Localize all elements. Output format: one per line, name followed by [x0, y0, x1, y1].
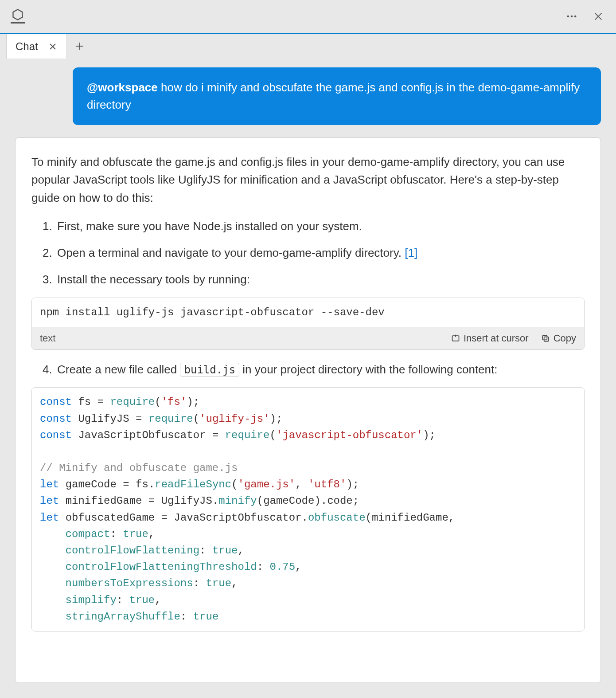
- step-3: Install the necessary tools by running:: [55, 271, 585, 288]
- code-toolbar: text Insert at cursor Copy: [32, 327, 584, 349]
- user-message-text: how do i minify and obscufate the game.j…: [87, 81, 580, 111]
- more-icon[interactable]: [565, 9, 579, 24]
- titlebar-left: [11, 9, 25, 24]
- steps-list-2: Create a new file called build.js in you…: [55, 361, 585, 378]
- insert-label: Insert at cursor: [464, 331, 529, 346]
- user-message: @workspace how do i minify and obscufate…: [73, 67, 601, 125]
- svg-point-2: [571, 16, 573, 18]
- tabbar: Chat: [0, 33, 616, 59]
- copy-label: Copy: [554, 331, 576, 346]
- svg-rect-13: [542, 335, 547, 340]
- new-tab-button[interactable]: [67, 34, 93, 59]
- app-hexagon-icon[interactable]: [11, 9, 25, 24]
- step-2: Open a terminal and navigate to your dem…: [55, 244, 585, 262]
- assistant-intro: To minify and obfuscate the game.js and …: [31, 153, 585, 207]
- step-1: First, make sure you have Node.js instal…: [55, 217, 585, 235]
- steps-list: First, make sure you have Node.js instal…: [55, 217, 585, 289]
- copy-button[interactable]: Copy: [541, 331, 576, 346]
- svg-point-1: [567, 16, 569, 18]
- code-block-build: const fs = require('fs'); const UglifyJS…: [31, 387, 585, 631]
- step-4: Create a new file called build.js in you…: [55, 361, 585, 378]
- assistant-message: To minify and obfuscate the game.js and …: [15, 137, 601, 683]
- tab-chat[interactable]: Chat: [6, 34, 67, 59]
- step-4-pre: Create a new file called: [57, 363, 180, 376]
- svg-point-3: [574, 16, 577, 18]
- code-block-install: npm install uglify-js javascript-obfusca…: [31, 298, 585, 350]
- step-2-text: Open a terminal and navigate to your dem…: [57, 246, 405, 259]
- chat-window: Chat @workspace how do i minify and obsc…: [0, 0, 616, 698]
- tab-label: Chat: [16, 40, 38, 53]
- code-build-content[interactable]: const fs = require('fs'); const UglifyJS…: [32, 388, 584, 631]
- insert-at-cursor-button[interactable]: Insert at cursor: [451, 331, 529, 346]
- inline-code-buildjs: build.js: [180, 363, 239, 377]
- code-install-content[interactable]: npm install uglify-js javascript-obfusca…: [32, 298, 584, 327]
- titlebar-right: [565, 9, 605, 24]
- tab-close-icon[interactable]: [48, 42, 58, 51]
- step-4-post: in your project directory with the follo…: [239, 363, 497, 376]
- titlebar: [0, 0, 616, 33]
- workspace-mention: @workspace: [87, 81, 158, 94]
- code-lang-label: text: [40, 331, 55, 346]
- chat-content: @workspace how do i minify and obscufate…: [0, 59, 616, 698]
- svg-marker-0: [13, 9, 23, 20]
- citation-link-1[interactable]: [1]: [405, 246, 417, 259]
- svg-rect-12: [544, 337, 548, 341]
- close-window-icon[interactable]: [591, 9, 605, 24]
